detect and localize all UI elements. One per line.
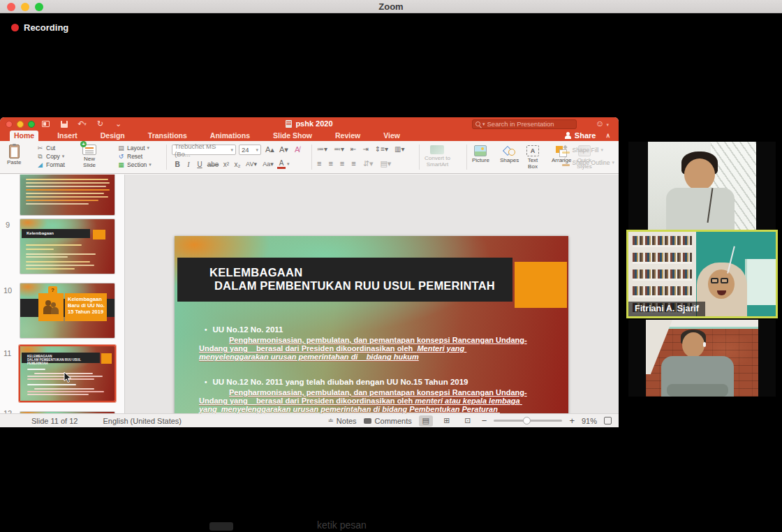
columns-button[interactable]: ▥▾ xyxy=(394,145,404,153)
copy-button[interactable]: ⧉Copy▾ xyxy=(36,152,65,161)
mouse-cursor-icon xyxy=(64,371,72,383)
text-line xyxy=(26,253,96,255)
slide-thumbnail-panel[interactable]: 9 Kelembagaan 10 xyxy=(0,175,125,413)
language-status[interactable]: English (United States) xyxy=(103,417,182,425)
participant-video-3[interactable] xyxy=(628,320,776,397)
shape-fill-button[interactable]: Shape Fill▾ xyxy=(562,146,614,154)
zoom-out-button[interactable]: − xyxy=(482,415,487,426)
participant-video-2-active-speaker[interactable]: Fitriani A. Sjarif xyxy=(626,230,778,318)
cut-button[interactable]: ✂Cut xyxy=(36,144,65,152)
search-box[interactable]: ▾ xyxy=(472,119,577,129)
bullet1-heading: •UU No.12 No. 2011 xyxy=(205,325,283,334)
shape-outline-button[interactable]: Shape Outline▾ xyxy=(562,158,614,167)
format-painter-icon: ◢ xyxy=(36,161,44,169)
search-input[interactable] xyxy=(487,120,564,128)
format-painter-button[interactable]: ◢Format xyxy=(36,161,65,169)
text-line xyxy=(26,261,90,263)
font-name-select[interactable]: Trebuchet MS (Bo...▾ xyxy=(172,145,236,155)
new-slide-button[interactable]: NewSlide xyxy=(82,145,96,168)
participant-video-1[interactable] xyxy=(628,142,776,230)
slideshow-view-button[interactable]: ⊡ xyxy=(461,415,475,427)
font-color-button[interactable]: A xyxy=(277,159,286,169)
fit-slide-to-window-icon[interactable] xyxy=(604,417,612,424)
comments-button[interactable]: Comments xyxy=(364,417,412,425)
bullet-glyph: • xyxy=(205,378,207,386)
reset-button[interactable]: ↺Reset xyxy=(117,152,152,161)
clear-formatting-button[interactable]: A̸ xyxy=(295,145,300,154)
book-row xyxy=(633,236,692,247)
slide8-background xyxy=(20,175,115,215)
slide-counter: Slide 11 of 12 xyxy=(31,417,78,425)
zoom-percentage[interactable]: 91% xyxy=(582,417,597,425)
italic-button[interactable]: I xyxy=(184,161,193,168)
thumbnail-slide-9[interactable]: Kelembagaan xyxy=(20,219,115,274)
peek-icon xyxy=(209,522,233,531)
convert-smartart-button[interactable]: Convert toSmartArt xyxy=(425,145,450,168)
text-line xyxy=(26,179,108,180)
section-button[interactable]: ▦Section▾ xyxy=(117,161,152,169)
search-scope-caret-icon[interactable]: ▾ xyxy=(482,121,485,127)
justify-button[interactable]: ≡ xyxy=(351,159,355,168)
thumbnail-slide-11-selected[interactable]: KELEMBAGAAN DALAM PEMBENTUKAN RUU USUL P… xyxy=(20,346,115,401)
align-right-button[interactable]: ≡ xyxy=(340,159,344,168)
tab-home[interactable]: Home xyxy=(10,131,38,141)
text-direction-button[interactable]: ⇵▾ xyxy=(363,159,374,168)
bullet1-paragraph: Pengharmonisasian, pembulatan, dan peman… xyxy=(199,336,527,362)
tab-slide-show[interactable]: Slide Show xyxy=(269,131,316,141)
normal-view-button[interactable]: ▤ xyxy=(419,415,433,427)
text-box-button[interactable]: A TextBox xyxy=(526,145,539,170)
slide-accent-rectangle[interactable] xyxy=(515,262,567,308)
slide11-title-l2: DALAM PEMBENTUKAN RUU USUL PEMERINTAH xyxy=(27,358,81,365)
notes-button[interactable]: ≐ Notes xyxy=(327,417,356,425)
character-spacing-button[interactable]: AV▾ xyxy=(244,161,259,168)
feedback-smiley-icon[interactable]: ☺ ▾ xyxy=(596,119,609,128)
change-case-button[interactable]: Aa▾ xyxy=(260,161,276,168)
tab-insert[interactable]: Insert xyxy=(53,131,82,141)
paste-clipboard-icon xyxy=(9,145,20,158)
zoom-slider[interactable] xyxy=(494,420,562,422)
paste-button[interactable]: Paste xyxy=(7,145,21,166)
underline-button[interactable]: U xyxy=(195,161,205,168)
align-left-button[interactable]: ≡ xyxy=(317,159,321,168)
font-color-caret-icon[interactable]: ▾ xyxy=(287,161,290,167)
layout-button[interactable]: ▤Layout▾ xyxy=(117,144,152,152)
thumbnail-slide-10[interactable]: ? Kelembagaan Baru di UU No. 15 Tahun 20… xyxy=(20,283,115,338)
zoom-in-button[interactable]: + xyxy=(569,415,575,426)
recording-dot-icon xyxy=(11,24,19,31)
slide-title-block[interactable]: KELEMBAGAAN DALAM PEMBENTUKAN RUU USUL P… xyxy=(177,258,512,302)
tab-review[interactable]: Review xyxy=(331,131,364,141)
numbering-button[interactable]: ≕▾ xyxy=(334,145,344,153)
superscript-button[interactable]: x² xyxy=(221,161,231,168)
zoom-slider-knob[interactable] xyxy=(523,417,531,424)
participant3-video-feed xyxy=(646,320,758,397)
tab-animations[interactable]: Animations xyxy=(206,131,254,141)
shapes-button[interactable]: Shapes xyxy=(500,145,519,164)
bold-button[interactable]: B xyxy=(172,161,182,168)
tab-transitions[interactable]: Transitions xyxy=(144,131,191,141)
slide9-title-bar: Kelembagaan xyxy=(22,229,90,238)
thumbnail-slide-8[interactable] xyxy=(20,175,115,215)
bullets-button[interactable]: ≔▾ xyxy=(317,145,327,153)
text-line xyxy=(27,394,89,395)
font-size-select[interactable]: 24▾ xyxy=(239,145,261,155)
strikethrough-button[interactable]: abe xyxy=(206,161,220,168)
slide10-people-icon xyxy=(43,300,59,316)
subscript-button[interactable]: x₂ xyxy=(233,161,242,168)
book-row xyxy=(633,286,692,297)
decrease-indent-button[interactable]: ⇤ xyxy=(351,145,356,153)
line-spacing-button[interactable]: ⇕≡▾ xyxy=(375,145,388,153)
share-button[interactable]: Share xyxy=(565,131,596,140)
increase-font-button[interactable]: A▴ xyxy=(265,146,274,154)
slide-sorter-view-button[interactable]: ⊞ xyxy=(440,415,454,427)
align-center-button[interactable]: ≡ xyxy=(328,159,332,168)
decrease-font-button[interactable]: A▾ xyxy=(279,146,288,154)
tab-design[interactable]: Design xyxy=(96,131,129,141)
align-text-button[interactable]: ▤▾ xyxy=(380,159,391,168)
picture-button[interactable]: Picture xyxy=(472,145,489,164)
slide-canvas[interactable]: KELEMBAGAAN DALAM PEMBENTUKAN RUU USUL P… xyxy=(175,236,568,427)
increase-indent-button[interactable]: ⇥ xyxy=(362,145,368,153)
slide-title-line2: DALAM PEMBENTUKAN RUU USUL PEMERINTAH xyxy=(209,279,512,293)
tab-view[interactable]: View xyxy=(379,131,404,141)
text-line xyxy=(26,193,104,194)
collapse-ribbon-icon[interactable]: ∧ xyxy=(605,132,610,139)
